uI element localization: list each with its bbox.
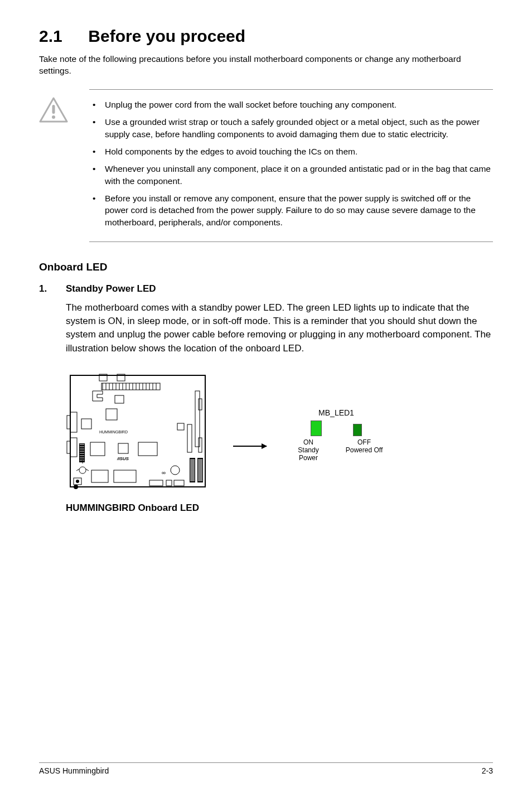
warning-icon: [39, 97, 68, 123]
warning-item: Use a grounded wrist strap or touch a sa…: [89, 116, 491, 140]
led-off-bottom: Powered Off: [345, 446, 384, 454]
svg-rect-23: [115, 395, 124, 403]
svg-text:/ISUS: /ISUS: [117, 456, 129, 461]
item-number: 1.: [39, 283, 52, 294]
svg-rect-64: [149, 480, 163, 486]
section-heading: 2.1 Before you proceed: [39, 27, 493, 46]
svg-rect-39: [177, 423, 184, 430]
svg-rect-59: [114, 470, 136, 482]
svg-rect-2: [70, 375, 205, 487]
standby-led-body: The motherboard comes with a standby pow…: [66, 301, 493, 355]
svg-rect-27: [199, 438, 202, 452]
svg-rect-24: [195, 391, 200, 447]
svg-rect-40: [81, 419, 91, 429]
svg-rect-43: [70, 438, 77, 457]
svg-rect-66: [174, 480, 184, 486]
svg-text:∞: ∞: [162, 470, 166, 476]
board-diagram: HUMMINGBIRD /ISUS: [66, 371, 493, 514]
footer-right: 2-3: [482, 766, 493, 775]
section-number: 2.1: [39, 27, 84, 46]
svg-point-60: [171, 466, 180, 475]
standby-led-item: 1. Standby Power LED: [39, 283, 493, 294]
diagram-caption: HUMMINGBIRD Onboard LED: [66, 503, 493, 514]
warning-block: Unplug the power cord from the wall sock…: [39, 89, 493, 242]
svg-rect-55: [118, 443, 128, 453]
warning-item: Unplug the power cord from the wall sock…: [89, 99, 491, 110]
warning-item: Whenever you uninstall any component, pl…: [89, 163, 491, 187]
svg-rect-56: [138, 442, 157, 456]
led-on-bottom: Standy Power: [289, 446, 328, 462]
led-label: MB_LED1: [318, 408, 354, 417]
warning-list: Unplug the power cord from the wall sock…: [89, 89, 493, 242]
svg-rect-41: [70, 412, 77, 432]
warning-icon-col: [39, 89, 72, 125]
svg-rect-0: [52, 105, 55, 114]
svg-rect-45: [79, 443, 85, 462]
board-text: HUMMINGBIRD: [99, 430, 128, 434]
svg-rect-58: [91, 470, 108, 482]
svg-point-67: [74, 485, 78, 489]
motherboard-outline: HUMMINGBIRD /ISUS: [66, 371, 211, 499]
footer-left: ASUS Hummingbird: [39, 766, 109, 775]
intro-paragraph: Take note of the following precautions b…: [39, 54, 493, 77]
led-off-icon: [353, 424, 362, 436]
warning-item: Hold components by the edges to avoid to…: [89, 146, 491, 157]
svg-rect-38: [106, 409, 117, 420]
svg-rect-65: [166, 480, 172, 486]
arrow-icon: [233, 446, 267, 447]
led-off-top: OFF: [345, 438, 384, 446]
svg-rect-25: [187, 424, 192, 452]
svg-point-1: [52, 115, 55, 119]
warning-item: Before you install or remove any compone…: [89, 192, 491, 228]
onboard-led-heading: Onboard LED: [39, 261, 493, 273]
svg-point-63: [76, 480, 79, 483]
svg-rect-54: [90, 442, 105, 456]
svg-rect-5: [101, 383, 160, 390]
page-footer: ASUS Hummingbird 2-3: [39, 762, 493, 775]
section-title: Before you proceed: [88, 27, 245, 45]
item-title: Standby Power LED: [66, 283, 156, 294]
led-legend: MB_LED1 ON Standy Power OFF Powered Off: [289, 408, 384, 462]
led-on-icon: [311, 421, 322, 436]
svg-rect-26: [199, 399, 202, 410]
led-on-top: ON: [289, 438, 328, 446]
